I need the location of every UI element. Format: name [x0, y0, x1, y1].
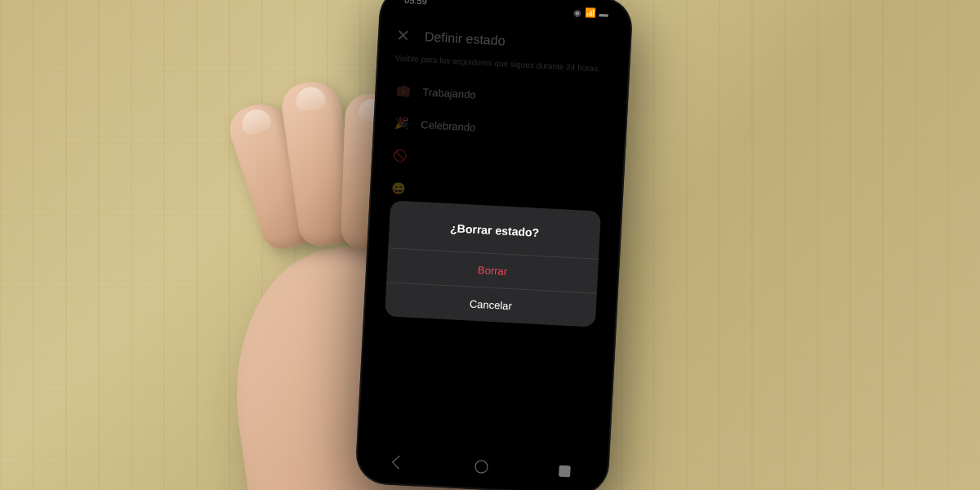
signal-icon: 📶 — [584, 7, 596, 19]
status-item[interactable]: 💼 Trabajando — [392, 74, 611, 118]
confirm-dialog: ¿Borrar estado? Borrar Cancelar — [385, 200, 601, 327]
status-item[interactable]: 🎉 Celebrando — [390, 106, 609, 150]
no-entry-icon: 🚫 — [393, 149, 408, 163]
page-subtitle: Visible para los seguidores que sigues d… — [394, 53, 612, 74]
page-title: Definir estado — [424, 29, 506, 48]
android-nav-bar — [359, 444, 607, 490]
home-button[interactable] — [474, 460, 488, 474]
status-label: Celebrando — [421, 118, 476, 133]
phone-screen: 05:59 ◉ 📶 ▬ ✕ Definir estado Visible par… — [358, 0, 630, 490]
phone-device: 05:59 ◉ 📶 ▬ ✕ Definir estado Visible par… — [354, 0, 634, 490]
back-button[interactable] — [392, 456, 406, 470]
status-label: Trabajando — [422, 86, 476, 100]
battery-icon: ▬ — [599, 8, 608, 19]
wifi-icon: ◉ — [572, 7, 581, 18]
party-icon: 🎉 — [394, 116, 410, 130]
status-time: 05:59 — [404, 0, 428, 12]
close-icon[interactable]: ✕ — [395, 25, 410, 46]
status-item[interactable]: 🚫 — [389, 139, 608, 183]
status-icons: ◉ 📶 ▬ — [572, 4, 608, 22]
recent-apps-button[interactable] — [559, 466, 571, 478]
briefcase-icon: 💼 — [396, 84, 412, 98]
smile-icon: 😄 — [391, 181, 407, 195]
